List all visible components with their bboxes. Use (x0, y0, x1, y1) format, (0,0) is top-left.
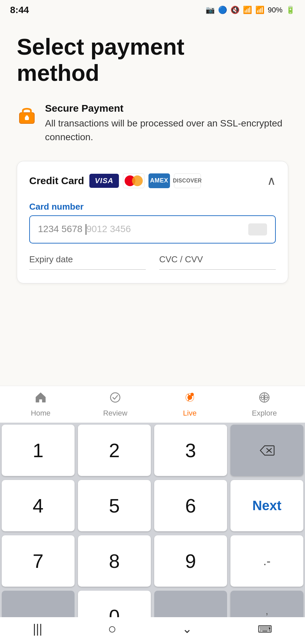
key-1[interactable]: 1 (2, 425, 75, 476)
discover-logo[interactable]: DISCOVER (174, 173, 201, 188)
nav-label-explore: Explore (252, 409, 277, 418)
keyboard-row-2: 4 5 6 Next (0, 478, 305, 533)
key-2[interactable]: 2 (78, 425, 151, 476)
status-icons: 📷 🔵 🔇 📶 📶 90% 🔋 (206, 6, 295, 14)
camera-icon: 📷 (206, 6, 215, 14)
live-icon (183, 391, 196, 407)
status-time: 8:44 (10, 5, 29, 15)
svg-point-3 (111, 393, 120, 402)
expiry-label[interactable]: Expiry date (29, 254, 146, 270)
key-symbol[interactable]: .- (230, 535, 303, 587)
sys-nav-home[interactable]: ○ (108, 621, 116, 637)
card-type-icon (248, 223, 267, 235)
key-4[interactable]: 4 (2, 480, 75, 531)
card-number-label: Card number (29, 202, 276, 212)
main-content: Select paymentmethod Secure Payment All … (0, 20, 305, 283)
wifi-icon: 📶 (243, 6, 252, 14)
battery-icon: 🔋 (286, 6, 295, 14)
card-number-placeholder: 1234 5678 9012 3456 (38, 224, 131, 235)
system-nav-bar: ||| ○ ⌄ ⌨ (0, 617, 305, 644)
key-7[interactable]: 7 (2, 535, 75, 587)
key-6[interactable]: 6 (154, 480, 227, 531)
secure-text-block: Secure Payment All transactions will be … (45, 103, 288, 144)
nav-item-home[interactable]: Home (3, 391, 78, 418)
signal-icon: 📶 (255, 6, 264, 14)
secure-banner: Secure Payment All transactions will be … (17, 103, 288, 144)
collapse-icon[interactable]: ∧ (267, 174, 276, 188)
key-next[interactable]: Next (230, 480, 303, 531)
review-icon (109, 391, 122, 407)
bluetooth-icon: 🔵 (218, 6, 227, 14)
card-header-left: Credit Card VISA AMEX DISCOVER (29, 173, 201, 188)
key-9[interactable]: 9 (154, 535, 227, 587)
nav-item-review[interactable]: Review (78, 391, 152, 418)
sys-nav-back[interactable]: ||| (33, 622, 42, 636)
nav-label-live: Live (183, 409, 197, 418)
mc-circle-right (132, 175, 143, 186)
mastercard-logo[interactable] (123, 173, 144, 188)
status-bar: 8:44 📷 🔵 🔇 📶 📶 90% 🔋 (0, 0, 305, 20)
key-3[interactable]: 3 (154, 425, 227, 476)
payment-card-section: Credit Card VISA AMEX DISCOVER ∧ (17, 161, 288, 283)
nav-label-home: Home (31, 409, 51, 418)
card-number-input[interactable]: 1234 5678 9012 3456 (29, 215, 276, 244)
nav-item-explore[interactable]: Explore (227, 391, 302, 418)
sys-nav-recent[interactable]: ⌄ (182, 622, 192, 636)
expiry-field-group: Expiry date (29, 254, 146, 270)
credit-card-label: Credit Card (29, 175, 84, 186)
home-icon (34, 391, 47, 407)
card-logos: VISA AMEX DISCOVER (89, 173, 201, 188)
secure-title: Secure Payment (45, 103, 288, 114)
amex-logo[interactable]: AMEX (148, 173, 170, 188)
keyboard-row-3: 7 8 9 .- (0, 533, 305, 589)
key-8[interactable]: 8 (78, 535, 151, 587)
key-5[interactable]: 5 (78, 480, 151, 531)
page-title: Select paymentmethod (17, 34, 288, 86)
visa-logo[interactable]: VISA (89, 174, 119, 188)
cvc-label[interactable]: CVC / CVV (159, 254, 276, 270)
lock-icon (17, 104, 37, 124)
bottom-fields: Expiry date CVC / CVV (29, 254, 276, 270)
numeric-keyboard: 1 2 3 4 5 6 Next 7 8 9 .- 0 ’ (0, 423, 305, 644)
nav-label-review: Review (103, 409, 127, 418)
bottom-nav: Home Review Live (0, 386, 305, 423)
key-delete[interactable] (230, 425, 303, 476)
nav-item-live[interactable]: Live (152, 391, 227, 418)
sys-nav-keyboard[interactable]: ⌨ (258, 623, 272, 635)
battery-label: 90% (268, 6, 282, 14)
secure-desc: All transactions will be processed over … (45, 117, 288, 144)
mute-icon: 🔇 (230, 6, 239, 14)
card-header: Credit Card VISA AMEX DISCOVER ∧ (29, 173, 276, 188)
svg-point-2 (26, 115, 28, 118)
keyboard-row-1: 1 2 3 (0, 423, 305, 478)
cvc-field-group: CVC / CVV (159, 254, 276, 270)
explore-icon (258, 391, 271, 407)
